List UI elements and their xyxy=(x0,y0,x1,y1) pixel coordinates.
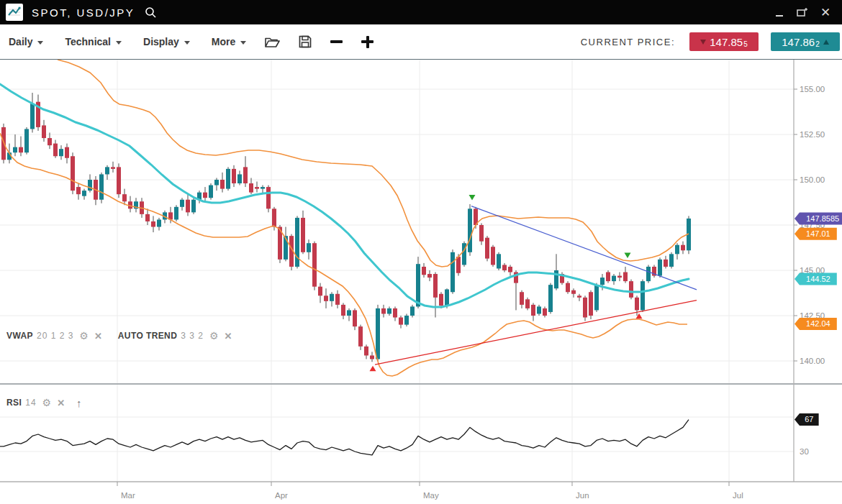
candle-body xyxy=(335,294,340,305)
candle-body xyxy=(145,214,150,221)
current-price-group: CURRENT PRICE: 147.85 5 147.86 2 xyxy=(581,32,840,51)
candle-body xyxy=(157,219,161,226)
rsi-remove-icon[interactable]: ✕ xyxy=(57,398,65,408)
month-axis-label: May xyxy=(423,491,439,500)
candle-body xyxy=(232,169,236,183)
candle-body xyxy=(451,252,455,292)
candle-body xyxy=(508,267,512,272)
candle-body xyxy=(111,167,115,169)
price-axis-label: 140.00 xyxy=(800,357,825,365)
auto-trend-settings-gear-icon[interactable]: ⚙ xyxy=(209,331,219,341)
candle-body xyxy=(594,285,599,310)
candle-body xyxy=(65,147,69,158)
candle-body xyxy=(537,306,541,313)
ask-price-value: 147.86 xyxy=(782,36,815,48)
candle-body xyxy=(410,306,415,316)
close-button[interactable]: ✕ xyxy=(816,3,835,22)
price-tag-label: 147.01 xyxy=(806,229,830,238)
rsi-collapse-arrow-icon[interactable]: ↑ xyxy=(76,398,82,408)
candle-body xyxy=(330,294,334,301)
candle-body xyxy=(249,183,253,193)
menu-more[interactable]: More xyxy=(212,36,246,47)
candle-body xyxy=(53,144,58,157)
price-axis-label: 155.00 xyxy=(800,85,825,93)
open-chart-button[interactable] xyxy=(265,36,280,48)
bid-price-pip: 5 xyxy=(743,40,748,48)
candle-body xyxy=(491,247,495,265)
auto-trend-resistance[interactable] xyxy=(471,206,697,290)
vwap-params: 20 1 2 3 xyxy=(37,331,73,341)
month-axis-label: Jul xyxy=(733,491,743,500)
candle-body xyxy=(180,200,184,207)
candle-body xyxy=(341,305,345,316)
rsi-axis-label: 30 xyxy=(800,447,809,456)
candle-body xyxy=(566,283,570,293)
menu-more-label: More xyxy=(212,36,235,47)
candle-body xyxy=(646,267,651,281)
current-price-label: CURRENT PRICE: xyxy=(581,37,675,47)
candle-body xyxy=(226,169,230,189)
month-axis-label: Apr xyxy=(275,491,288,500)
candle-body xyxy=(416,264,420,306)
trading-chart-window: SPOT, USD/JPY ✕ Daily Technical xyxy=(0,0,842,504)
price-chart-canvas[interactable]: 155.00152.50150.00147.50145.00142.50140.… xyxy=(0,60,842,504)
chevron-down-icon xyxy=(37,41,43,45)
minimize-icon xyxy=(776,15,783,17)
menu-display[interactable]: Display xyxy=(143,36,190,47)
rsi-params: 14 xyxy=(25,398,36,408)
minimize-button[interactable] xyxy=(770,3,789,22)
candle-body xyxy=(681,245,685,251)
trend-signal-marker-down xyxy=(625,253,631,259)
candle-body xyxy=(370,355,374,359)
zoom-out-button[interactable] xyxy=(330,40,343,43)
chevron-down-icon xyxy=(240,41,246,45)
candle-body xyxy=(209,185,213,198)
auto-trend-support[interactable] xyxy=(375,301,697,365)
auto-trend-label: AUTO TREND xyxy=(118,331,177,341)
zoom-in-button[interactable] xyxy=(361,36,374,48)
candle-body xyxy=(497,254,501,268)
candle-body xyxy=(479,225,484,242)
bollinger-upper-band xyxy=(58,60,689,267)
candle-body xyxy=(548,285,553,312)
restore-button[interactable] xyxy=(793,3,812,22)
auto-trend-remove-icon[interactable]: ✕ xyxy=(225,331,232,341)
arrow-down-icon xyxy=(700,40,706,45)
vwap-settings-gear-icon[interactable]: ⚙ xyxy=(79,331,89,341)
candle-body xyxy=(255,187,259,189)
candle-body xyxy=(318,287,322,296)
chevron-down-icon xyxy=(116,41,122,45)
menu-timeframe[interactable]: Daily xyxy=(9,36,43,47)
menu-technical[interactable]: Technical xyxy=(65,36,122,47)
arrow-up-icon xyxy=(823,40,829,45)
candle-body xyxy=(301,218,305,252)
candle-body xyxy=(612,276,616,282)
chart-icon xyxy=(6,4,23,21)
candle-body xyxy=(485,238,489,259)
month-axis-label: Mar xyxy=(121,491,135,500)
candle-body xyxy=(324,295,328,301)
bid-price-button[interactable]: 147.85 5 xyxy=(689,32,759,51)
price-tag-label: 142.04 xyxy=(806,319,830,328)
rsi-settings-gear-icon[interactable]: ⚙ xyxy=(42,398,52,408)
candle-body xyxy=(203,193,207,198)
save-chart-button[interactable] xyxy=(299,35,312,48)
page-title: SPOT, USD/JPY xyxy=(32,6,135,19)
candle-body xyxy=(261,187,265,189)
candle-body xyxy=(214,180,219,185)
auto-trend-params: 3 3 2 xyxy=(181,331,204,341)
ask-price-pip: 2 xyxy=(815,40,820,48)
vwap-remove-icon[interactable]: ✕ xyxy=(94,331,102,341)
candle-body xyxy=(364,347,368,356)
candle-body xyxy=(439,294,443,306)
ask-price-button[interactable]: 147.86 2 xyxy=(771,32,840,51)
candle-body xyxy=(675,245,679,255)
candle-body xyxy=(99,174,104,199)
candle-body xyxy=(623,272,628,282)
candle-body xyxy=(577,295,581,298)
candle-body xyxy=(358,326,363,347)
candle-body xyxy=(19,147,23,153)
search-icon[interactable] xyxy=(145,6,157,19)
candle-body xyxy=(502,265,507,270)
candle-body xyxy=(376,308,380,359)
